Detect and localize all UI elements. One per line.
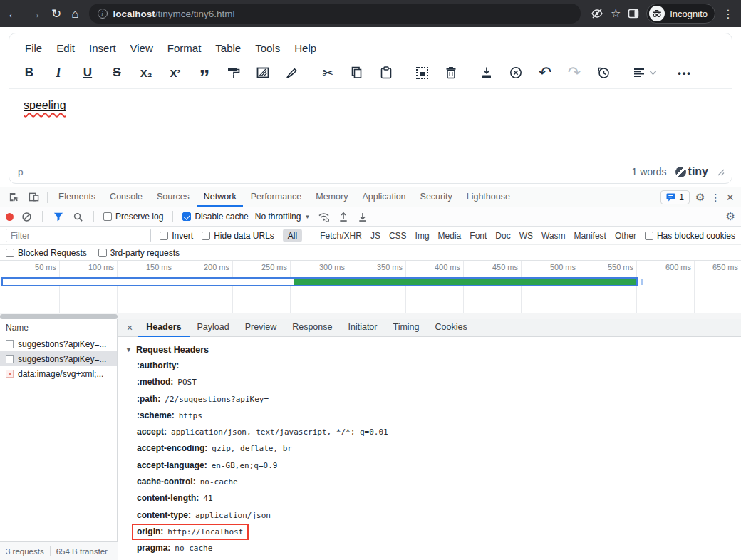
request-row[interactable]: data:image/svg+xml;... (0, 366, 117, 381)
tab-response[interactable]: Response (284, 319, 340, 337)
tab-initiator[interactable]: Initiator (340, 319, 385, 337)
hide-data-urls-checkbox[interactable]: Hide data URLs (202, 231, 274, 241)
restore-draft-icon[interactable] (595, 64, 612, 81)
request-headers-section[interactable]: ▼ Request Headers (124, 343, 741, 358)
select-all-icon[interactable] (413, 64, 430, 81)
superscript-icon[interactable]: X² (167, 64, 184, 81)
tab-payload[interactable]: Payload (190, 319, 237, 337)
strikethrough-icon[interactable]: S (108, 64, 125, 81)
tab-network[interactable]: Network (197, 187, 243, 207)
tab-sources[interactable]: Sources (150, 187, 196, 207)
more-toolbar-icon[interactable]: ••• (676, 64, 693, 81)
horizontal-scrollbar-thumb[interactable] (0, 314, 118, 319)
format-painter-icon[interactable] (225, 64, 242, 81)
tab-elements[interactable]: Elements (52, 187, 102, 207)
filter-type-wasm[interactable]: Wasm (542, 231, 566, 241)
star-icon[interactable]: ☆ (611, 8, 621, 19)
menu-table[interactable]: Table (215, 42, 241, 54)
tiny-logo[interactable]: tiny (675, 165, 708, 178)
site-info-icon[interactable]: i (98, 9, 108, 19)
blocked-requests-checkbox[interactable]: Blocked Requests (6, 248, 87, 258)
redo-icon[interactable]: ↷ (566, 64, 583, 81)
cell-background-icon[interactable] (254, 64, 271, 81)
filter-type-img[interactable]: Img (415, 231, 430, 241)
filter-type-all[interactable]: All (283, 229, 302, 242)
filter-input[interactable] (6, 229, 151, 242)
search-network-icon[interactable] (71, 208, 84, 225)
reload-icon[interactable]: ↻ (51, 8, 61, 20)
incognito-badge[interactable]: Incognito (646, 4, 715, 24)
address-bar[interactable]: i localhost/tinymce/tiny6.html (89, 4, 581, 24)
filter-type-media[interactable]: Media (438, 231, 462, 241)
editor-content[interactable]: speeling (9, 88, 732, 160)
subscript-icon[interactable]: X₂ (138, 64, 155, 81)
blockquote-icon[interactable]: ” (196, 64, 213, 81)
network-conditions-icon[interactable] (316, 208, 331, 225)
copy-icon[interactable] (348, 64, 366, 81)
misspelled-word[interactable]: speeling (24, 99, 66, 111)
filter-type-js[interactable]: JS (370, 231, 380, 241)
invert-checkbox[interactable]: Invert (160, 231, 193, 241)
back-icon[interactable]: ← (7, 8, 19, 20)
undo-icon[interactable]: ↶ (537, 64, 554, 81)
menu-help[interactable]: Help (294, 42, 316, 54)
tab-console[interactable]: Console (103, 187, 149, 207)
request-row[interactable]: suggestions?apiKey=... (0, 336, 117, 351)
filter-type-ws[interactable]: WS (519, 231, 533, 241)
filter-type-fetch-xhr[interactable]: Fetch/XHR (320, 231, 362, 241)
filter-type-manifest[interactable]: Manifest (574, 231, 606, 241)
filter-type-font[interactable]: Font (470, 231, 487, 241)
bold-icon[interactable]: B (21, 64, 38, 81)
filter-type-other[interactable]: Other (615, 231, 636, 241)
filter-type-doc[interactable]: Doc (495, 231, 510, 241)
menu-file[interactable]: File (25, 42, 42, 54)
eye-blocked-icon[interactable] (591, 7, 603, 20)
align-left-icon[interactable] (631, 64, 658, 81)
disable-cache-checkbox[interactable]: Disable cache (182, 212, 248, 222)
inspect-element-icon[interactable] (4, 189, 23, 206)
kebab-menu-icon[interactable]: ⋮ (722, 7, 734, 21)
throttling-dropdown[interactable]: No throttling ▼ (255, 212, 311, 222)
clear-network-log-icon[interactable] (20, 208, 33, 225)
filter-funnel-icon[interactable] (52, 208, 65, 225)
close-details-icon[interactable]: × (121, 322, 138, 333)
menu-view[interactable]: View (130, 42, 153, 54)
paste-icon[interactable] (378, 64, 395, 81)
request-row-selected[interactable]: suggestions?apiKey=... (0, 351, 117, 366)
export-har-icon[interactable] (356, 208, 369, 225)
network-settings-icon[interactable]: ⚙ (726, 210, 735, 223)
side-panel-icon[interactable] (628, 8, 639, 19)
devtools-settings-icon[interactable]: ⚙ (695, 191, 705, 204)
record-network-log-icon[interactable] (6, 213, 14, 221)
tab-security[interactable]: Security (414, 187, 459, 207)
filter-type-css[interactable]: CSS (389, 231, 407, 241)
issues-counter[interactable]: 1 (660, 190, 690, 204)
menu-format[interactable]: Format (167, 42, 202, 54)
italic-icon[interactable]: I (50, 64, 67, 81)
menu-edit[interactable]: Edit (56, 42, 75, 54)
devtools-close-icon[interactable]: × (726, 191, 734, 204)
cut-icon[interactable]: ✂ (319, 64, 336, 81)
import-har-icon[interactable] (337, 208, 350, 225)
tab-lighthouse[interactable]: Lighthouse (460, 187, 517, 207)
name-column-header[interactable]: Name (0, 319, 117, 336)
tab-headers[interactable]: Headers (138, 319, 189, 337)
tab-application[interactable]: Application (356, 187, 412, 207)
overview-request-bar[interactable] (1, 277, 638, 286)
underline-icon[interactable]: U (79, 64, 96, 81)
home-icon[interactable]: ⌂ (71, 8, 78, 20)
tab-timing[interactable]: Timing (385, 319, 427, 337)
network-overview[interactable]: 50 ms 100 ms 150 ms 200 ms 250 ms 300 ms… (0, 261, 741, 319)
word-count[interactable]: 1 words (632, 166, 667, 177)
preserve-log-checkbox[interactable]: Preserve log (103, 212, 163, 222)
export-icon[interactable] (478, 64, 495, 81)
menu-tools[interactable]: Tools (255, 42, 280, 54)
forward-icon[interactable]: → (29, 8, 41, 20)
tab-memory[interactable]: Memory (309, 187, 354, 207)
delete-icon[interactable] (442, 64, 460, 81)
resize-handle-icon[interactable] (717, 168, 725, 176)
third-party-requests-checkbox[interactable]: 3rd-party requests (98, 248, 180, 258)
tab-preview[interactable]: Preview (237, 319, 284, 337)
tab-performance[interactable]: Performance (244, 187, 309, 207)
tab-cookies[interactable]: Cookies (428, 319, 475, 337)
